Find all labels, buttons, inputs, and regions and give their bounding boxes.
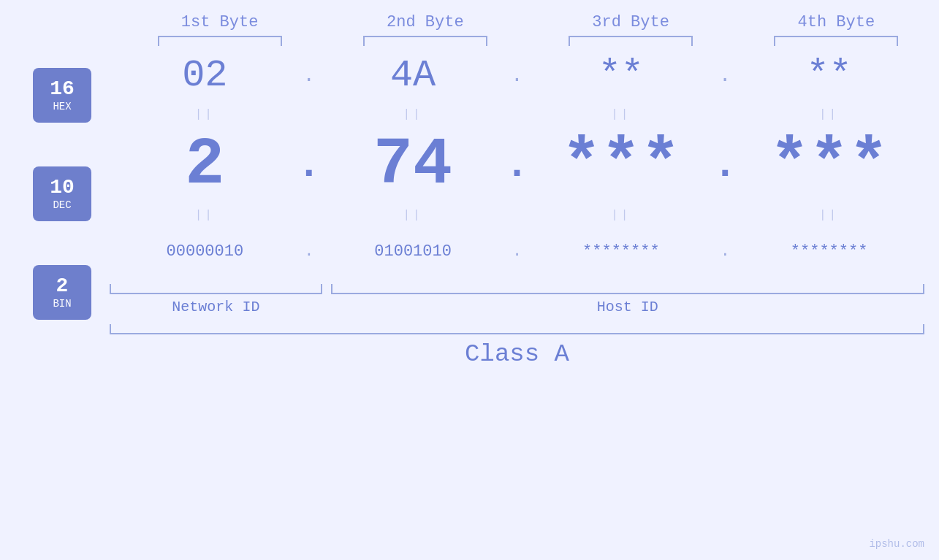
- dec-badge-label: DEC: [53, 199, 71, 211]
- bracket-cell-1: [117, 36, 322, 46]
- bottom-sub-brackets: [110, 278, 924, 294]
- bin-badge: 2 BIN: [33, 265, 91, 320]
- hex-b1-cell: 02: [110, 54, 300, 97]
- dec-sep3: .: [716, 142, 734, 188]
- hex-b2-value: 4A: [390, 54, 436, 97]
- bracket-top-4: [774, 36, 898, 46]
- class-label-cell: Class A: [110, 340, 924, 368]
- hex-sep1: .: [300, 64, 318, 87]
- byte4-header: 4th Byte: [734, 13, 939, 31]
- dec-sep1: .: [300, 142, 318, 188]
- values-area: 02 . 4A . ** . ** || ||: [110, 46, 939, 368]
- badge-column: 16 HEX 10 DEC 2 BIN: [15, 68, 110, 320]
- hex-b4-cell: **: [734, 54, 924, 97]
- dec-sep2: .: [509, 142, 526, 188]
- bin-b4-value: ********: [791, 242, 868, 261]
- hex-b4-value: **: [806, 54, 851, 97]
- hex-badge-number: 16: [50, 78, 75, 101]
- bin-b2-cell: 01001010: [318, 242, 509, 261]
- hex-sep3: .: [716, 64, 734, 87]
- byte2-header: 2nd Byte: [322, 13, 528, 31]
- dec-b3-value: ***: [562, 128, 680, 202]
- dec-badge-number: 10: [50, 177, 75, 199]
- id-labels-row: Network ID Host ID: [110, 299, 924, 315]
- dec-b1-cell: 2: [110, 128, 300, 202]
- hex-b1-value: 02: [182, 54, 227, 97]
- dec-b2-value: 74: [373, 128, 452, 202]
- dec-badge: 10 DEC: [33, 166, 91, 221]
- equals-row-2: || || || ||: [110, 205, 924, 226]
- host-id-label-cell: Host ID: [331, 299, 924, 315]
- dec-row: 2 . 74 . *** . ***: [110, 125, 924, 205]
- bin-b3-value: ********: [582, 242, 660, 261]
- network-id-label: Network ID: [172, 299, 259, 315]
- class-label: Class A: [465, 340, 569, 368]
- bin-b2-value: 01001010: [374, 242, 452, 261]
- bracket-cell-2: [322, 36, 528, 46]
- bin-sep3: .: [716, 242, 734, 261]
- dec-b4-cell: ***: [734, 128, 924, 202]
- byte1-header: 1st Byte: [117, 13, 322, 31]
- hex-badge-label: HEX: [53, 101, 71, 112]
- bracket-top-2: [363, 36, 487, 46]
- hex-b2-cell: 4A: [318, 54, 509, 97]
- bracket-top-3: [569, 36, 693, 46]
- byte3-header: 3rd Byte: [528, 13, 734, 31]
- bin-b3-cell: ********: [526, 242, 717, 261]
- dec-b3-cell: ***: [526, 128, 717, 202]
- bracket-cell-3: [528, 36, 734, 46]
- bin-b4-cell: ********: [734, 242, 924, 261]
- hex-sep2: .: [509, 64, 526, 87]
- bin-sep1: .: [300, 242, 318, 261]
- bin-b1-value: 00000010: [167, 242, 244, 261]
- bin-badge-label: BIN: [53, 298, 71, 310]
- watermark: ipshu.com: [869, 538, 924, 550]
- host-id-bracket: [331, 284, 924, 294]
- dec-b2-cell: 74: [318, 128, 509, 202]
- equals-row-1: || || || ||: [110, 104, 924, 125]
- main-container: 1st Byte 2nd Byte 3rd Byte 4th Byte 16 H…: [0, 0, 939, 560]
- hex-b3-cell: **: [526, 54, 717, 97]
- byte-headers-row: 1st Byte 2nd Byte 3rd Byte 4th Byte: [0, 13, 939, 31]
- bracket-top-1: [158, 36, 282, 46]
- bin-sep2: .: [509, 242, 526, 261]
- class-bracket: [110, 324, 924, 334]
- hex-badge: 16 HEX: [33, 68, 91, 123]
- network-id-label-cell: Network ID: [110, 299, 322, 315]
- top-brackets-row: [0, 36, 939, 46]
- dec-b4-value: ***: [770, 128, 889, 202]
- network-id-bracket: [110, 284, 322, 294]
- host-id-label: Host ID: [597, 299, 658, 315]
- bin-b1-cell: 00000010: [110, 242, 300, 261]
- hex-row: 02 . 4A . ** . **: [110, 46, 924, 104]
- bin-badge-number: 2: [56, 275, 69, 298]
- bin-row: 00000010 . 01001010 . ******** . *******…: [110, 226, 924, 277]
- bracket-cell-4: [734, 36, 939, 46]
- hex-b3-value: **: [598, 54, 644, 97]
- dec-b1-value: 2: [185, 128, 224, 202]
